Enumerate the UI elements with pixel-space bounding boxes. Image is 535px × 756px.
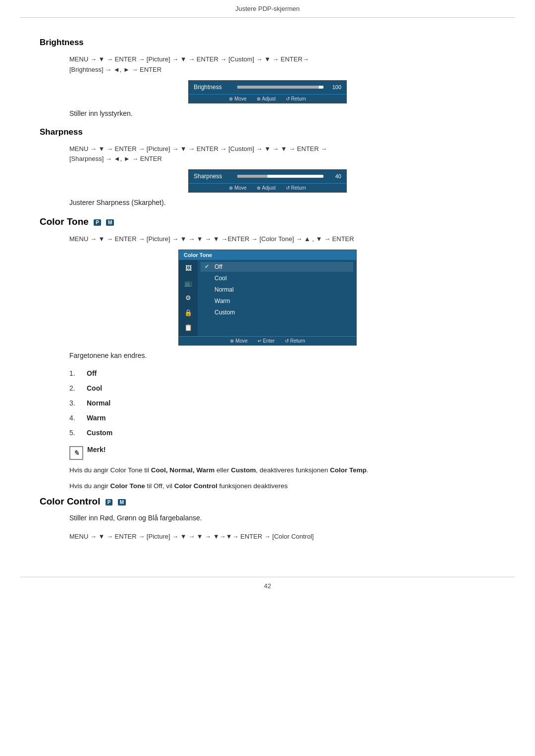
brightness-footer-return: ↺ Return — [286, 96, 306, 101]
color-control-menu-path: MENU → ▼ → ENTER → [Picture] → ▼ → ▼ → ▼… — [69, 532, 495, 542]
colortone-footer-move: ⊕ Move — [230, 338, 247, 344]
icon-input: 📋 — [183, 322, 194, 333]
colortone-footer: ⊕ Move ↵ Enter ↺ Return — [179, 336, 356, 345]
badge-p: P — [94, 219, 101, 226]
sharpness-footer-return: ↺ Return — [286, 185, 306, 191]
brightness-slider-container — [237, 86, 323, 89]
icon-settings: ⚙ — [183, 293, 194, 303]
brightness-footer-move: ⊕ Move — [229, 96, 246, 101]
move-icon: ⊕ — [229, 96, 233, 101]
icon-display: 📺 — [183, 278, 194, 289]
colortone-footer-return: ↺ Return — [285, 338, 305, 344]
color-control-section: Color Control P M Stiller inn Rød, Grønn… — [40, 496, 495, 542]
list-item-3: 3. Normal — [69, 399, 495, 407]
note-para1: Hvis du angir Color Tone til Cool, Norma… — [69, 465, 495, 476]
colortone-option-cool: Cool — [201, 273, 353, 283]
brightness-slider-value: 100 — [327, 84, 341, 90]
sharpness-menu-path: MENU → ▼ → ENTER → [Picture] → ▼ → ENTER… — [69, 144, 495, 165]
sharpness-footer-adjust: ⊕ Adjust — [257, 185, 276, 191]
return-icon3: ↺ — [285, 338, 289, 344]
note-label: Merk! — [87, 446, 106, 454]
move-icon2: ⊕ — [229, 185, 233, 191]
colortone-option-off: ✔ Off — [201, 262, 353, 272]
badge-p2: P — [106, 499, 113, 505]
sharpness-description: Justerer Sharpness (Skarphet). — [69, 199, 495, 206]
list-item-5: 5. Custom — [69, 429, 495, 437]
list-item-4: 4. Warm — [69, 414, 495, 422]
brightness-slider-fill — [237, 86, 319, 89]
list-item-1: 1. Off — [69, 369, 495, 377]
brightness-menu-path: MENU → ▼ → ENTER → [Picture] → ▼ → ENTER… — [69, 54, 495, 75]
sharpness-footer-move: ⊕ Move — [229, 185, 246, 191]
brightness-slider-track — [237, 86, 323, 89]
adjust-icon2: ⊕ — [257, 185, 261, 191]
page-title: Justere PDP-skjermen — [235, 5, 300, 12]
badge-m2: M — [118, 499, 126, 505]
sharpness-section: Sharpness MENU → ▼ → ENTER → [Picture] →… — [40, 127, 495, 207]
icon-picture: 🖼 — [183, 263, 194, 274]
sharpness-slider-track — [237, 175, 323, 178]
sharpness-heading: Sharpness — [40, 127, 495, 137]
color-control-heading: Color Control P M — [40, 496, 495, 507]
brightness-heading: Brightness — [40, 38, 495, 48]
main-content: Brightness MENU → ▼ → ENTER → [Picture] … — [0, 18, 535, 567]
colortone-footer-enter: ↵ Enter — [258, 338, 275, 344]
colortone-description: Fargetonene kan endres. — [69, 352, 495, 359]
brightness-ui-inner: Brightness 100 — [189, 81, 346, 94]
sharpness-ui-label: Sharpness — [194, 173, 233, 180]
sharpness-footer: ⊕ Move ⊕ Adjust ↺ Return — [189, 183, 346, 192]
colortone-option-normal: Normal — [201, 285, 353, 295]
sharpness-slider-container — [237, 175, 323, 178]
colortone-numbered-list: 1. Off 2. Cool 3. Normal 4. Warm 5. Cu — [69, 369, 495, 437]
colortone-header: Color Tone — [179, 250, 356, 260]
color-tone-section: Color Tone P M MENU → ▼ → ENTER → [Pictu… — [40, 216, 495, 491]
enter-icon: ↵ — [258, 338, 262, 344]
move-icon3: ⊕ — [230, 338, 234, 344]
colortone-layout: 🖼 📺 ⚙ 🔒 📋 ✔ Off Cool — [179, 260, 356, 336]
colortone-ui-box: Color Tone 🖼 📺 ⚙ 🔒 📋 ✔ Off — [178, 250, 357, 346]
page-container: Justere PDP-skjermen Brightness MENU → ▼… — [0, 0, 535, 756]
brightness-ui-label: Brightness — [194, 84, 233, 91]
page-number: 42 — [20, 577, 515, 595]
color-tone-heading: Color Tone P M — [40, 216, 495, 227]
icon-lock: 🔒 — [183, 307, 194, 318]
adjust-icon: ⊕ — [257, 96, 261, 101]
brightness-ui-row: Brightness 100 — [194, 84, 341, 91]
sharpness-slider-fill — [237, 175, 268, 178]
sharpness-ui-box: Sharpness 40 ⊕ Move — [188, 169, 347, 193]
brightness-footer: ⊕ Move ⊕ Adjust ↺ Return — [189, 94, 346, 103]
note-para2: Hvis du angir Color Tone til Off, vil Co… — [69, 481, 495, 492]
brightness-section: Brightness MENU → ▼ → ENTER → [Picture] … — [40, 38, 495, 117]
sharpness-ui-inner: Sharpness 40 — [189, 170, 346, 183]
page-title-bar: Justere PDP-skjermen — [20, 0, 515, 18]
colortone-options: ✔ Off Cool Normal — [198, 260, 356, 336]
colortone-icons: 🖼 📺 ⚙ 🔒 📋 — [179, 260, 198, 336]
check-off: ✔ — [205, 263, 212, 270]
color-tone-menu-path: MENU → ▼ → ENTER → [Picture] → ▼ → ▼ → ▼… — [69, 234, 495, 245]
sharpness-ui-row: Sharpness 40 — [194, 173, 341, 180]
return-icon: ↺ — [286, 96, 290, 101]
badge-m: M — [106, 219, 114, 226]
list-item-2: 2. Cool — [69, 384, 495, 392]
color-control-description: Stiller inn Rød, Grønn og Blå fargebalan… — [69, 514, 495, 522]
brightness-footer-adjust: ⊕ Adjust — [257, 96, 276, 101]
note-box: ✎ Merk! — [69, 446, 466, 460]
return-icon2: ↺ — [286, 185, 290, 191]
brightness-description: Stiller inn lysstyrken. — [69, 109, 495, 117]
brightness-ui-box: Brightness 100 ⊕ Move — [188, 80, 347, 103]
note-icon: ✎ — [69, 446, 83, 460]
note-content: Hvis du angir Color Tone til Cool, Norma… — [69, 465, 495, 491]
sharpness-slider-value: 40 — [327, 173, 341, 179]
colortone-option-custom: Custom — [201, 307, 353, 317]
colortone-option-warm: Warm — [201, 296, 353, 306]
